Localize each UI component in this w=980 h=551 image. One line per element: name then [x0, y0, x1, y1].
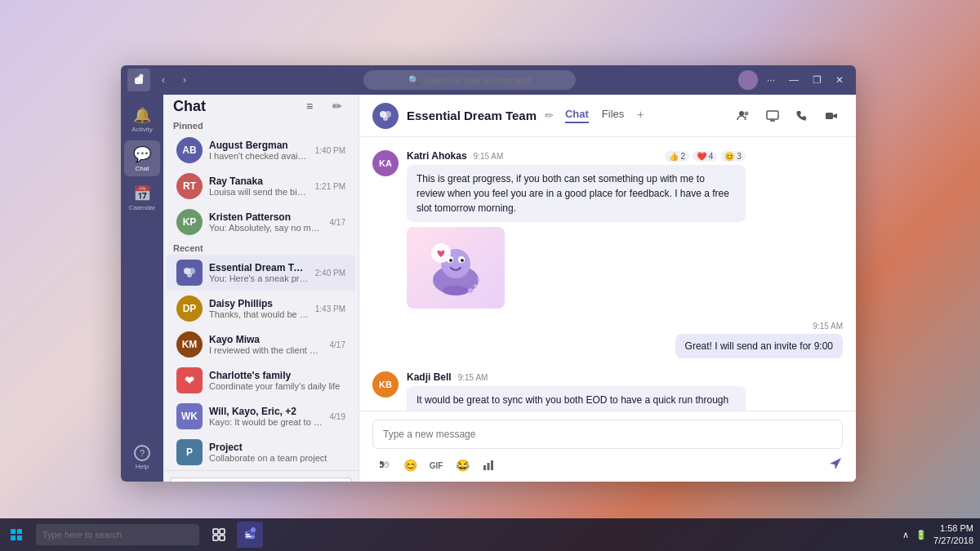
taskbar-notifications: ∧	[902, 530, 909, 540]
chat-icon: 💬	[133, 145, 151, 163]
start-button[interactable]	[0, 518, 33, 551]
message-header: Katri Ahokas 9:15 AM 👍 2 ❤️ 4 😊 3	[407, 150, 746, 162]
chat-name-daisy: Daisy Phillips	[209, 298, 309, 309]
message-input[interactable]	[372, 420, 843, 449]
close-button[interactable]: ✕	[830, 70, 849, 90]
tab-files[interactable]: Files	[602, 108, 624, 123]
outgoing-time-1: 9:15 AM	[675, 322, 843, 331]
filter-button[interactable]: ≡	[298, 95, 321, 118]
chat-header-name: Essential Dream Team	[407, 109, 537, 122]
calendar-icon: 📅	[133, 184, 151, 202]
nav-item-help[interactable]: ? Help	[124, 439, 160, 475]
chat-item-daisy[interactable]: DP Daisy Phillips Thanks, that would be …	[167, 291, 355, 327]
message-sticker	[407, 227, 505, 309]
format-tool[interactable]	[372, 454, 395, 477]
outgoing-text-1: Great! I will send an invite for 9:00	[675, 334, 843, 358]
chat-item-kristen[interactable]: KP Kristen Patterson You: Absolutely, sa…	[167, 204, 355, 240]
chat-item-charlottes[interactable]: ❤ Charlotte's family Coordinate your fam…	[167, 362, 355, 398]
taskbar-teams-icon[interactable]	[237, 522, 263, 548]
chat-preview-project: Collaborate on a team project	[209, 453, 345, 463]
chat-name-will: Will, Kayo, Eric, +2	[209, 406, 323, 417]
left-nav: 🔔 Activity 💬 Chat 📅 Calendar ? Help	[121, 95, 163, 482]
chat-time-will: 4/19	[330, 412, 345, 421]
user-avatar[interactable]	[738, 70, 758, 90]
emoji-tool[interactable]: 😊	[399, 454, 421, 477]
svg-rect-34	[220, 535, 225, 540]
outgoing-message-1: 9:15 AM Great! I will send an invite for…	[372, 322, 843, 358]
chat-name-kayo: Kayo Miwa	[209, 334, 323, 345]
phone-icon[interactable]	[791, 104, 813, 127]
svg-point-17	[449, 259, 452, 262]
nav-back-button[interactable]: ‹	[154, 70, 173, 90]
avatar-kayo: KM	[176, 331, 203, 358]
pinned-section-label: Pinned	[163, 118, 359, 132]
svg-rect-26	[491, 460, 493, 470]
chat-item-august[interactable]: AB August Bergman I haven't checked avai…	[167, 132, 355, 168]
edit-icon[interactable]: ✏	[545, 109, 554, 122]
sidebar-actions: ≡ ✏	[298, 95, 349, 118]
chart-tool[interactable]	[477, 454, 500, 477]
taskbar-battery: 🔋	[915, 530, 927, 540]
nav-label-help: Help	[136, 463, 149, 470]
chat-item-ray[interactable]: RT Ray Tanaka Louisa will send the birth…	[167, 168, 355, 204]
search-input[interactable]	[363, 70, 576, 90]
chat-preview-kristen: You: Absolutely, say no more!	[209, 223, 323, 233]
sender-name-kadji: Kadji Bell	[407, 371, 452, 383]
teams-window: ‹ › ··· — ❐ ✕ 🔔 Activity 💬 Chat	[121, 65, 856, 482]
chat-preview-charlottes: Coordinate your family's daily life	[209, 381, 345, 391]
chat-item-essential[interactable]: Essential Dream Team You: Here's a sneak…	[167, 255, 355, 291]
chat-name-charlottes: Charlotte's family	[209, 370, 345, 381]
help-icon: ?	[134, 445, 150, 461]
compose-button[interactable]: ✏	[326, 95, 349, 118]
screen-share-icon[interactable]	[761, 104, 784, 127]
message-row-kadji: KB Kadji Bell 9:15 AM It would be great …	[372, 371, 843, 411]
svg-rect-39	[246, 536, 252, 538]
sticker-tool[interactable]: 😂	[451, 454, 474, 477]
more-options-button[interactable]: ···	[761, 70, 781, 90]
chat-preview-august: I haven't checked available times yet	[209, 151, 309, 161]
svg-rect-29	[11, 535, 16, 540]
chat-time-ray: 1:21 PM	[315, 182, 345, 191]
message-content-kadji: Kadji Bell 9:15 AM It would be great to …	[407, 371, 746, 411]
message-input-area: 😊 GIF 😂	[359, 411, 856, 482]
avatar-ray: RT	[176, 173, 203, 199]
restore-button[interactable]: ❐	[807, 70, 826, 90]
svg-rect-28	[17, 529, 22, 534]
avatar-charlottes: ❤	[176, 367, 203, 393]
chat-item-kayo[interactable]: KM Kayo Miwa I reviewed with the client …	[167, 327, 355, 362]
add-tab-button[interactable]: +	[637, 108, 644, 123]
svg-rect-27	[11, 529, 16, 534]
chat-preview-ray: Louisa will send the birthday card	[209, 187, 309, 197]
avatar-essential	[176, 260, 203, 286]
tab-chat[interactable]: Chat	[565, 108, 589, 123]
sidebar: Chat ≡ ✏ Pinned AB August Bergman I have…	[163, 95, 359, 482]
svg-rect-24	[483, 465, 486, 470]
chat-info-kristen: Kristen Patterson You: Absolutely, say n…	[209, 211, 323, 233]
svg-rect-32	[220, 529, 225, 534]
sidebar-title: Chat	[173, 98, 206, 115]
nav-item-calendar[interactable]: 📅 Calendar	[124, 180, 160, 216]
taskbar-multitask-icon[interactable]	[206, 522, 232, 548]
minimize-button[interactable]: —	[784, 70, 804, 90]
invite-friends-button[interactable]: 👥 Invite friends	[170, 478, 352, 482]
teams-logo	[127, 69, 150, 91]
nav-forward-button[interactable]: ›	[175, 70, 194, 90]
avatar-daisy: DP	[176, 295, 203, 322]
gif-tool[interactable]: GIF	[425, 454, 448, 477]
svg-rect-33	[213, 535, 218, 540]
nav-item-activity[interactable]: 🔔 Activity	[124, 101, 160, 137]
send-button[interactable]	[828, 456, 843, 474]
svg-point-19	[443, 286, 469, 295]
message-time-kadji: 9:15 AM	[458, 373, 488, 382]
avatar-kadji: KB	[372, 371, 399, 398]
svg-point-22	[474, 284, 477, 287]
taskbar-search-input[interactable]	[36, 524, 199, 545]
messages-area[interactable]: KA Katri Ahokas 9:15 AM 👍 2 ❤️ 4 😊 3 Thi…	[359, 137, 856, 411]
nav-item-chat[interactable]: 💬 Chat	[124, 140, 160, 176]
svg-point-5	[187, 273, 192, 278]
participants-icon[interactable]	[732, 104, 755, 127]
video-icon[interactable]	[820, 104, 843, 127]
chat-item-project[interactable]: P Project Collaborate on a team project	[167, 434, 355, 470]
svg-point-18	[461, 259, 464, 262]
chat-item-will[interactable]: WK Will, Kayo, Eric, +2 Kayo: It would b…	[167, 398, 355, 434]
